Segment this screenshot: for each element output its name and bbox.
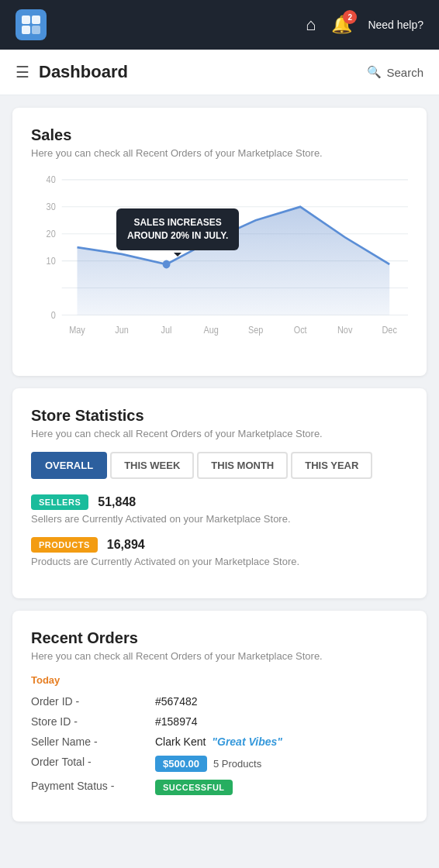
svg-text:30: 30 (47, 202, 56, 212)
chart-svg: 40 30 20 10 0 (31, 171, 408, 357)
page-title: Dashboard (39, 62, 128, 82)
sellers-label-row: SELLERS 51,848 (31, 494, 408, 510)
order-id-label: Order ID - (31, 695, 155, 708)
page-header: ☰ Dashboard 🔍 Search (0, 50, 439, 95)
today-label: Today (31, 674, 408, 686)
recent-orders-subtitle: Here you can check all Recent Orders of … (31, 650, 408, 662)
tab-this-month[interactable]: THIS MONTH (197, 452, 288, 479)
order-total-badge: $500.00 (155, 756, 207, 772)
sellers-stat: SELLERS 51,848 Sellers are Currently Act… (31, 494, 408, 525)
svg-text:Oct: Oct (294, 326, 308, 336)
products-count: 16,894 (107, 538, 145, 552)
store-stats-title: Store Statistics (31, 407, 408, 425)
app-header: ⌂ 🔔 2 Need help? (0, 0, 439, 50)
tab-this-year[interactable]: THIS YEAR (291, 452, 372, 479)
sales-card: Sales Here you can check all Recent Orde… (12, 108, 427, 376)
svg-text:20: 20 (47, 229, 56, 239)
seller-store-link[interactable]: "Great Vibes" (212, 735, 282, 748)
svg-text:Aug: Aug (203, 326, 218, 336)
recent-orders-title: Recent Orders (31, 629, 408, 647)
store-id-label: Store ID - (31, 715, 155, 728)
svg-text:Dec: Dec (382, 326, 398, 336)
logo-icon (16, 9, 47, 40)
home-icon[interactable]: ⌂ (306, 15, 316, 35)
sellers-desc: Sellers are Currently Activated on your … (31, 513, 408, 525)
sellers-count: 51,848 (98, 495, 136, 509)
search-button[interactable]: 🔍 Search (367, 65, 423, 79)
products-badge: PRODUCTS (31, 537, 98, 553)
search-label: Search (386, 66, 423, 79)
order-total-label: Order Total - (31, 756, 155, 772)
svg-text:10: 10 (47, 257, 56, 267)
recent-orders-card: Recent Orders Here you can check all Rec… (12, 611, 427, 822)
seller-name-value: Clark Kent "Great Vibes" (155, 735, 282, 748)
tab-overall[interactable]: OVERALL (31, 452, 107, 479)
logo-area (16, 9, 306, 40)
stats-tab-group: OVERALL THIS WEEK THIS MONTH THIS YEAR (31, 452, 408, 479)
seller-name-row: Seller Name - Clark Kent "Great Vibes" (31, 735, 408, 748)
svg-text:Jul: Jul (161, 326, 172, 336)
store-stats-card: Store Statistics Here you can check all … (12, 388, 427, 598)
sales-chart: SALES INCREASES AROUND 20% IN JULY. 40 3… (31, 171, 408, 357)
notification-button[interactable]: 🔔 2 (331, 15, 352, 35)
svg-rect-1 (32, 16, 40, 24)
store-stats-subtitle: Here you can check all Recent Orders of … (31, 428, 408, 439)
svg-rect-2 (22, 26, 30, 34)
page-title-area: ☰ Dashboard (16, 62, 128, 82)
sales-title: Sales (31, 126, 408, 144)
svg-text:0: 0 (51, 310, 56, 320)
svg-rect-3 (32, 26, 40, 34)
tooltip-line2: AROUND 20% IN JULY. (127, 230, 228, 241)
order-total-row: Order Total - $500.00 5 Products (31, 756, 408, 772)
products-count-label: 5 Products (213, 758, 261, 770)
chart-tooltip: SALES INCREASES AROUND 20% IN JULY. (116, 208, 239, 250)
svg-text:Nov: Nov (337, 326, 353, 336)
tab-this-week[interactable]: THIS WEEK (110, 452, 194, 479)
products-desc: Products are Currently Activated on your… (31, 556, 408, 567)
sellers-badge: SELLERS (31, 494, 88, 510)
seller-name-text: Clark Kent (155, 735, 206, 748)
sales-subtitle: Here you can check all Recent Orders of … (31, 147, 408, 159)
tooltip-line1: SALES INCREASES (133, 217, 221, 228)
payment-status-badge: SUCCESSFUL (155, 780, 233, 795)
svg-rect-0 (22, 16, 30, 24)
svg-text:40: 40 (47, 175, 56, 185)
svg-text:Sep: Sep (248, 326, 263, 336)
payment-status-value: SUCCESSFUL (155, 780, 233, 795)
need-help-link[interactable]: Need help? (368, 19, 423, 31)
order-total-value: $500.00 5 Products (155, 756, 261, 772)
order-id-row: Order ID - #567482 (31, 695, 408, 708)
header-actions: ⌂ 🔔 2 Need help? (306, 15, 423, 35)
main-content: Sales Here you can check all Recent Orde… (0, 95, 439, 834)
chart-cursor-dot (163, 260, 171, 269)
store-id-value: #158974 (155, 715, 198, 728)
order-id-value: #567482 (155, 695, 198, 708)
svg-text:Jun: Jun (115, 326, 129, 336)
store-id-row: Store ID - #158974 (31, 715, 408, 728)
payment-status-row: Payment Status - SUCCESSFUL (31, 780, 408, 795)
svg-text:May: May (69, 326, 85, 336)
search-icon: 🔍 (367, 65, 382, 79)
seller-name-label: Seller Name - (31, 735, 155, 748)
payment-status-label: Payment Status - (31, 780, 155, 795)
products-stat: PRODUCTS 16,894 Products are Currently A… (31, 537, 408, 567)
menu-icon[interactable]: ☰ (16, 63, 29, 81)
products-label-row: PRODUCTS 16,894 (31, 537, 408, 553)
notification-badge: 2 (343, 10, 357, 24)
